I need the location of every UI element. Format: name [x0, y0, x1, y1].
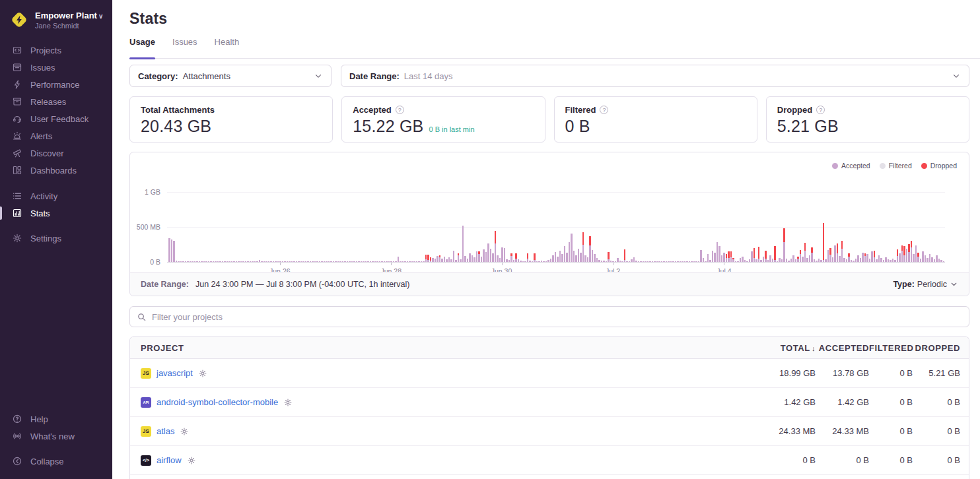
bar[interactable]: [492, 253, 494, 262]
bar[interactable]: [256, 261, 258, 262]
bar[interactable]: [931, 257, 933, 262]
bar[interactable]: [635, 261, 637, 262]
bar[interactable]: [903, 246, 905, 262]
bar[interactable]: [920, 259, 922, 262]
bar[interactable]: [658, 261, 660, 262]
bar[interactable]: [705, 261, 707, 262]
bar[interactable]: [779, 258, 781, 262]
bar[interactable]: [215, 261, 217, 262]
bar[interactable]: [305, 261, 307, 262]
bar[interactable]: [411, 261, 413, 262]
bar[interactable]: [508, 260, 510, 262]
bar[interactable]: [314, 261, 316, 262]
column-header-dropped[interactable]: Dropped: [913, 343, 960, 353]
bar[interactable]: [680, 261, 682, 262]
bar[interactable]: [430, 257, 432, 262]
bar[interactable]: [769, 255, 771, 262]
bar[interactable]: [478, 251, 480, 262]
sidebar-item-settings[interactable]: Settings: [0, 230, 112, 247]
bar[interactable]: [413, 261, 415, 262]
bar[interactable]: [550, 259, 552, 262]
project-settings-gear-icon[interactable]: [283, 398, 293, 407]
bar[interactable]: [545, 261, 547, 262]
column-header-project[interactable]: Project: [141, 343, 736, 353]
bar[interactable]: [901, 245, 903, 262]
bar[interactable]: [846, 259, 848, 262]
bar[interactable]: [726, 254, 728, 262]
bar[interactable]: [829, 248, 831, 262]
bar[interactable]: [890, 260, 892, 262]
bar[interactable]: [219, 261, 221, 262]
bar[interactable]: [446, 259, 448, 262]
bar[interactable]: [908, 244, 910, 262]
bar[interactable]: [310, 261, 312, 262]
bar[interactable]: [647, 261, 649, 262]
bar[interactable]: [499, 258, 501, 262]
bar[interactable]: [307, 261, 309, 262]
bar[interactable]: [700, 250, 702, 262]
bar[interactable]: [541, 261, 543, 262]
bar[interactable]: [168, 238, 170, 262]
bar[interactable]: [712, 251, 714, 262]
bar[interactable]: [753, 248, 755, 262]
bar[interactable]: [820, 260, 822, 262]
bar[interactable]: [236, 261, 238, 262]
bar[interactable]: [610, 261, 612, 262]
bar[interactable]: [686, 261, 688, 262]
bar[interactable]: [737, 261, 739, 262]
bar[interactable]: [441, 259, 443, 263]
bar[interactable]: [416, 261, 418, 262]
bar[interactable]: [254, 261, 256, 262]
bar[interactable]: [363, 261, 365, 262]
bar[interactable]: [284, 261, 286, 262]
bar[interactable]: [693, 261, 695, 262]
bar[interactable]: [596, 258, 598, 262]
bar[interactable]: [615, 261, 617, 262]
bar[interactable]: [631, 259, 633, 262]
bar[interactable]: [723, 253, 725, 262]
bar[interactable]: [384, 261, 386, 262]
bar[interactable]: [302, 261, 304, 262]
bar[interactable]: [695, 261, 697, 262]
bar[interactable]: [825, 259, 827, 262]
sidebar-item-releases[interactable]: Releases: [0, 93, 112, 110]
sidebar-item-issues[interactable]: Issues: [0, 59, 112, 76]
bar[interactable]: [321, 261, 323, 262]
bar[interactable]: [938, 259, 940, 263]
bar[interactable]: [744, 260, 746, 262]
bar[interactable]: [661, 261, 663, 262]
bar[interactable]: [495, 231, 497, 262]
bar[interactable]: [395, 261, 397, 262]
bar[interactable]: [797, 257, 799, 262]
bar[interactable]: [666, 261, 668, 262]
bar[interactable]: [518, 259, 520, 262]
bar[interactable]: [897, 249, 899, 262]
bar[interactable]: [524, 261, 526, 262]
bar[interactable]: [439, 255, 441, 262]
project-link[interactable]: atlas: [157, 426, 174, 436]
bar[interactable]: [767, 260, 769, 262]
help-circle-icon[interactable]: ?: [600, 106, 608, 114]
bar[interactable]: [587, 257, 589, 262]
bar[interactable]: [402, 261, 404, 262]
bar[interactable]: [940, 260, 942, 262]
tab-usage[interactable]: Usage: [129, 37, 155, 58]
bar[interactable]: [347, 261, 349, 262]
bar[interactable]: [376, 261, 378, 262]
bar[interactable]: [268, 261, 270, 262]
bar[interactable]: [862, 253, 864, 262]
sidebar-item-what-s-new[interactable]: What's new: [0, 428, 112, 445]
bar[interactable]: [203, 261, 205, 262]
bar[interactable]: [612, 261, 614, 262]
bar[interactable]: [837, 243, 839, 262]
bar[interactable]: [365, 261, 367, 262]
bar[interactable]: [848, 253, 850, 262]
bar[interactable]: [228, 261, 230, 262]
bar[interactable]: [557, 257, 559, 262]
bar[interactable]: [171, 239, 173, 262]
bar[interactable]: [358, 261, 360, 262]
bar[interactable]: [645, 261, 647, 262]
bar[interactable]: [603, 261, 605, 262]
bar[interactable]: [240, 261, 242, 262]
bar[interactable]: [827, 250, 829, 262]
